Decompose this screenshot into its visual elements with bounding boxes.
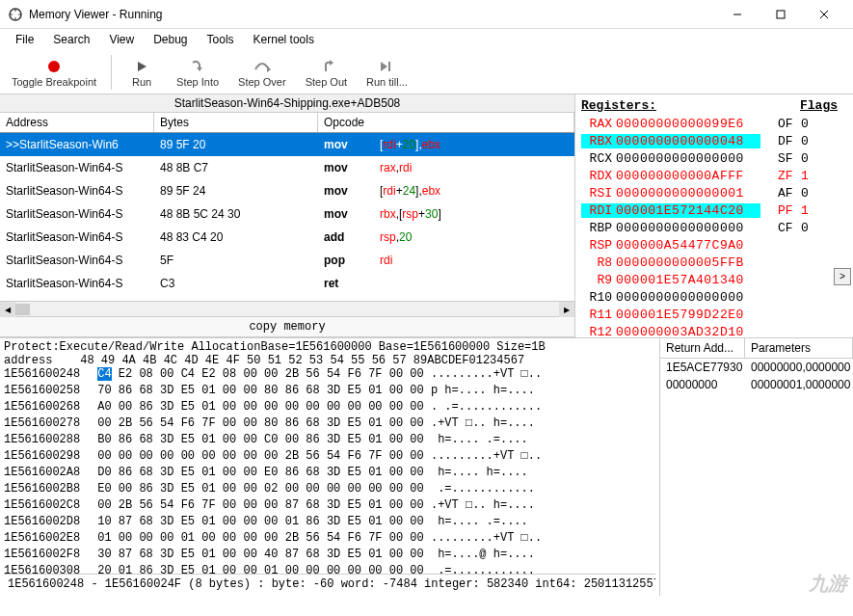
stack-body[interactable]: 1E5ACE7793000000000,00000000000000000000… bbox=[660, 359, 853, 393]
registers-pane: Registers: Flags RAX00000000000099E6OF0R… bbox=[575, 94, 853, 337]
hex-pane[interactable]: Protect:Execute/Read/Write AllocationBas… bbox=[0, 338, 660, 596]
toolbar: Toggle Breakpoint Run Step Into Step Ove… bbox=[0, 50, 853, 94]
register-row[interactable]: R9000001E57A401340 bbox=[581, 271, 847, 288]
stack-pane: Return Add... Parameters 1E5ACE779300000… bbox=[660, 338, 853, 596]
menu-tools[interactable]: Tools bbox=[198, 31, 244, 48]
header-parameters[interactable]: Parameters bbox=[745, 338, 853, 358]
location-bar[interactable]: StarlitSeason-Win64-Shipping.exe+ADB508 bbox=[0, 94, 574, 113]
step-out-icon bbox=[318, 57, 333, 76]
disasm-row[interactable]: StarlitSeason-Win64-SC3ret bbox=[0, 272, 574, 295]
disassembly-pane: StarlitSeason-Win64-Shipping.exe+ADB508 … bbox=[0, 94, 575, 337]
hex-row[interactable]: 1E561600268 A0 00 86 3D E5 01 00 00 00 0… bbox=[4, 400, 655, 416]
hex-row[interactable]: 1E5616002B8 E0 00 86 3D E5 01 00 00 02 0… bbox=[4, 482, 655, 498]
svg-marker-6 bbox=[138, 62, 147, 71]
menubar: File Search View Debug Tools Kernel tool… bbox=[0, 29, 853, 50]
hex-row[interactable]: 1E561600308 20 01 86 3D E5 01 00 00 01 0… bbox=[4, 564, 655, 574]
run-till-icon bbox=[379, 57, 394, 76]
svg-marker-10 bbox=[381, 62, 387, 71]
disasm-row[interactable]: StarlitSeason-Win64-S89 5F 24mov[rdi+24]… bbox=[0, 179, 574, 202]
flags-title: Flags bbox=[800, 98, 838, 113]
app-icon bbox=[8, 7, 23, 22]
breakpoint-icon bbox=[47, 57, 61, 76]
hex-body[interactable]: 1E561600248 C4 E2 08 00 C4 E2 08 00 00 2… bbox=[4, 367, 655, 574]
register-row[interactable]: RAX00000000000099E6OF0 bbox=[581, 115, 847, 132]
disasm-row[interactable]: StarlitSeason-Win64-S48 8B 5C 24 30movrb… bbox=[0, 202, 574, 226]
hex-row[interactable]: 1E561600258 70 86 68 3D E5 01 00 00 80 8… bbox=[4, 384, 655, 400]
header-opcode[interactable]: Opcode bbox=[318, 113, 574, 132]
header-address[interactable]: Address bbox=[0, 113, 154, 132]
svg-point-5 bbox=[48, 61, 60, 72]
stack-header: Return Add... Parameters bbox=[660, 338, 853, 359]
scroll-thumb[interactable] bbox=[15, 304, 30, 315]
maximize-button[interactable] bbox=[759, 1, 802, 28]
registers-title: Registers: bbox=[581, 98, 656, 113]
register-row[interactable]: R100000000000000000 bbox=[581, 288, 847, 306]
step-over-button[interactable]: Step Over bbox=[230, 55, 294, 90]
scroll-right-icon[interactable]: ▶ bbox=[559, 302, 574, 317]
register-row[interactable]: RBX0000000000000048DF0 bbox=[581, 132, 847, 149]
hex-row[interactable]: 1E5616002F8 30 87 68 3D E5 01 00 00 40 8… bbox=[4, 548, 655, 564]
scroll-left-icon[interactable]: ◀ bbox=[0, 302, 15, 317]
stack-row[interactable]: 1E5ACE7793000000000,0000000 bbox=[660, 359, 853, 376]
svg-marker-7 bbox=[197, 67, 202, 71]
svg-marker-9 bbox=[330, 60, 333, 66]
disasm-row[interactable]: >>StarlitSeason-Win689 5F 20mov[rdi+20],… bbox=[0, 133, 574, 156]
more-registers-button[interactable]: > bbox=[834, 268, 851, 285]
hex-row[interactable]: 1E561600298 00 00 00 00 00 00 00 00 00 2… bbox=[4, 449, 655, 466]
toolbar-separator bbox=[111, 55, 112, 90]
window-title: Memory Viewer - Running bbox=[29, 8, 715, 21]
hex-row[interactable]: 1E5616002C8 00 2B 56 54 F6 7F 00 00 00 8… bbox=[4, 498, 655, 515]
register-row[interactable]: RDI000001E572144C20PF1 bbox=[581, 201, 847, 219]
registers-list[interactable]: RAX00000000000099E6OF0RBX000000000000004… bbox=[581, 115, 847, 340]
hex-row[interactable]: 1E561600278 00 2B 56 54 F6 7F 00 00 80 8… bbox=[4, 416, 655, 433]
copy-memory-button[interactable]: copy memory bbox=[0, 316, 574, 337]
run-button[interactable]: Run bbox=[119, 55, 165, 90]
step-over-icon bbox=[253, 57, 271, 76]
step-into-button[interactable]: Step Into bbox=[169, 55, 227, 90]
disasm-row[interactable]: StarlitSeason-Win64-S48 8B C7movrax,rdi bbox=[0, 156, 574, 179]
play-icon bbox=[135, 57, 148, 76]
titlebar: Memory Viewer - Running bbox=[0, 0, 853, 29]
run-till-button[interactable]: Run till... bbox=[359, 55, 415, 90]
minimize-button[interactable] bbox=[715, 1, 759, 28]
svg-marker-8 bbox=[267, 67, 271, 72]
hex-row[interactable]: 1E561600288 B0 86 68 3D E5 01 00 00 C0 0… bbox=[4, 433, 655, 449]
disasm-row[interactable]: StarlitSeason-Win64-S5Fpoprdi bbox=[0, 249, 574, 272]
header-bytes[interactable]: Bytes bbox=[154, 113, 318, 132]
disasm-header: Address Bytes Opcode bbox=[0, 113, 574, 133]
register-row[interactable]: R11000001E5799D22E0 bbox=[581, 306, 847, 323]
step-into-icon bbox=[190, 57, 205, 76]
menu-kernel-tools[interactable]: Kernel tools bbox=[244, 31, 324, 48]
header-return-addr[interactable]: Return Add... bbox=[660, 338, 745, 358]
hex-header: address 48 49 4A 4B 4C 4D 4E 4F 50 51 52… bbox=[4, 354, 655, 367]
hex-info: Protect:Execute/Read/Write AllocationBas… bbox=[4, 340, 655, 354]
register-row[interactable]: RSI0000000000000001AF0 bbox=[581, 184, 847, 201]
menu-debug[interactable]: Debug bbox=[144, 31, 197, 48]
menu-search[interactable]: Search bbox=[43, 31, 99, 48]
disasm-hscroll[interactable]: ◀ ▶ bbox=[0, 301, 574, 316]
register-row[interactable]: RDX000000000000AFFFZF1 bbox=[581, 167, 847, 184]
register-row[interactable]: RCX0000000000000000SF0 bbox=[581, 149, 847, 167]
menu-file[interactable]: File bbox=[6, 31, 43, 48]
menu-view[interactable]: View bbox=[99, 31, 144, 48]
status-line: 1E561600248 - 1E56160024F (8 bytes) : by… bbox=[4, 574, 655, 594]
toggle-breakpoint-button[interactable]: Toggle Breakpoint bbox=[4, 55, 104, 90]
hex-row[interactable]: 1E561600248 C4 E2 08 00 C4 E2 08 00 00 2… bbox=[4, 367, 655, 384]
svg-rect-2 bbox=[777, 11, 785, 18]
hex-row[interactable]: 1E5616002E8 01 00 00 00 01 00 00 00 00 2… bbox=[4, 531, 655, 548]
register-row[interactable]: R12000000003AD32D10 bbox=[581, 323, 847, 340]
hex-row[interactable]: 1E5616002A8 D0 86 68 3D E5 01 00 00 E0 8… bbox=[4, 466, 655, 482]
close-button[interactable] bbox=[802, 1, 845, 28]
stack-row[interactable]: 0000000000000001,0000000 bbox=[660, 376, 853, 393]
step-out-button[interactable]: Step Out bbox=[298, 55, 355, 90]
disasm-row[interactable]: StarlitSeason-Win64-S48 83 C4 20addrsp,2… bbox=[0, 226, 574, 249]
disasm-body[interactable]: >>StarlitSeason-Win689 5F 20mov[rdi+20],… bbox=[0, 133, 574, 301]
register-row[interactable]: RBP0000000000000000CF0 bbox=[581, 219, 847, 236]
hex-row[interactable]: 1E5616002D8 10 87 68 3D E5 01 00 00 00 0… bbox=[4, 515, 655, 531]
register-row[interactable]: RSP000000A54477C9A0 bbox=[581, 236, 847, 254]
register-row[interactable]: R80000000000005FFB bbox=[581, 254, 847, 271]
